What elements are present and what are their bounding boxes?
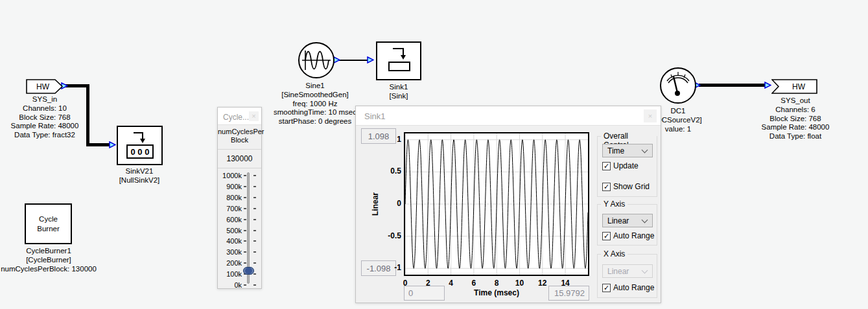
sink1-plot-window: Sink1 × 1.098 -1.098 10.50-0.5-1 Linear … [355,106,661,303]
wire-dc1-sysout[interactable] [699,84,768,87]
slider-tick-label: 400k [218,237,242,245]
block-sine1[interactable] [298,42,334,78]
block-hw-in[interactable]: HW [26,79,64,94]
update-checkbox[interactable]: ✓ Update [602,161,639,170]
y-axis-ticks: 10.50-0.5-1 [379,132,401,276]
wire-sine1-sink1[interactable] [338,60,369,61]
slider-tick-label: 800k [218,194,242,201]
block-dc1[interactable] [660,67,696,104]
meter-gauge-icon [661,69,695,102]
waveform-plot[interactable] [404,132,589,276]
y-axis-caption: Y Axis [601,200,628,209]
slider-thumb[interactable] [243,267,254,275]
sine1-prop: startPhase: 0 degrees [260,117,370,126]
block-label-sink1: Sink1 [Sink] [344,83,454,101]
show-grid-checkbox[interactable]: ✓ Show Grid [602,182,650,191]
checkbox-check-icon: ✓ [602,183,611,191]
slider-tick-mark [244,262,246,264]
checkbox-check-icon: ✓ [602,284,611,292]
sinkv21-digits: 0 0 0 [131,147,150,157]
sine1-prop: freq: 1000 Hz [260,100,370,109]
input-pin-sysout[interactable] [764,82,771,89]
x-axis-label: Time (msec) [434,288,559,297]
slider-tick-label: 500k [218,227,242,235]
sinkv21-name: SinkV21 [84,167,194,176]
slider-tick-mark [253,186,256,187]
block-hw-out[interactable]: HW [771,79,817,94]
slider-param-label: numCyclesPer Block [218,125,261,150]
slider-tick-mark [244,251,246,253]
input-pin-sink1[interactable] [367,56,374,63]
chevron-down-icon [642,146,648,153]
slider-window-titlebar[interactable]: Cycle... × [218,108,261,125]
slider-tick-row: 300k [218,248,261,256]
x-axis-value: Linear [607,267,629,276]
slider-param-line2: Block [218,136,261,144]
x-auto-range-checkbox[interactable]: ✓ Auto Range [602,283,654,292]
hw-in-face-label: HW [36,82,50,91]
slider-tick-row: 100k [218,270,261,278]
slider-window-title: Cycle... [223,113,249,122]
slider-value-readout[interactable]: 130000 [218,150,261,168]
sink1-type: [Sink] [344,92,454,101]
x-tick-label: 10 [511,279,527,288]
sine1-prop: smoothingTime: 10 msec [260,108,370,117]
slider-tick-mark [253,197,256,198]
slider-tick-mark [253,208,256,209]
block-cycleburner[interactable]: Cycle Burner [25,203,72,244]
slider-tick-mark [244,186,246,187]
block-label-sysin: SYS_in Channels: 10 Block Size: 768 Samp… [0,95,100,140]
slider-tick-mark [253,240,256,242]
x-axis-dropdown: Linear [602,264,653,278]
y-axis-dropdown[interactable]: Linear [602,214,653,227]
slider-tick-mark [253,175,256,176]
sink-window-titlebar[interactable]: Sink1 × [356,106,661,126]
slider-tick-label: 300k [218,248,242,256]
slider-window-close-icon[interactable]: × [249,111,259,121]
x-max-input[interactable]: 15.9792 [548,286,589,301]
hw-out-face-label: HW [792,82,806,91]
sink-window-title: Sink1 [364,111,386,121]
y-auto-range-label: Auto Range [613,231,654,240]
slider-tick-label: 700k [218,205,242,212]
slider-tick-mark [253,251,256,253]
wire-sysin-sinkv21-seg3[interactable] [86,143,110,146]
block-sink1[interactable] [376,41,421,80]
slider-tick-mark [253,273,256,275]
sysin-name: SYS_in [0,95,100,104]
y-auto-range-checkbox[interactable]: ✓ Auto Range [602,231,654,240]
x-tick-label: 8 [489,279,504,288]
slider-tick-mark [244,175,246,176]
overall-control-value: Time [607,146,624,155]
sysout-prop: Data Type: float [740,132,850,141]
chevron-down-icon [642,267,648,273]
sysout-prop: Channels: 6 [740,106,850,115]
update-checkbox-label: Update [613,161,639,170]
slider-tick-row: 1000k [218,172,261,179]
cycleburner-face-line2: Burner [37,224,60,234]
cycleburner-type: [CycleBurner] [0,256,104,265]
x-tick-label: 4 [443,279,459,288]
slider-tick-mark [244,284,246,286]
sysin-prop: Channels: 10 [0,104,100,113]
sink-window-close-icon[interactable]: × [644,109,657,122]
slider-tick-label: 1000k [218,172,242,179]
block-sinkv21[interactable]: 0 0 0 [117,126,163,165]
slider-tick-row: 500k [218,227,261,235]
x-axis-caption: X Axis [601,249,628,258]
slider-tick-mark [253,262,256,264]
slider-tick-row: 0k [218,281,261,289]
cycleburner-name: CycleBurner1 [0,247,104,256]
slider-param-line1: numCyclesPer [218,128,261,136]
slider-tick-label: 900k [218,183,242,190]
sink1-name: Sink1 [344,83,454,92]
slider-tick-mark [253,284,256,286]
cycleburner-prop: numCyclesPerBlock: 130000 [0,265,104,274]
sysout-prop: Sample Rate: 48000 [740,123,850,132]
overall-control-dropdown[interactable]: Time [602,144,653,157]
slider-tick-label: 0k [218,281,242,289]
input-pin-sinkv21[interactable] [109,141,116,148]
slider-tick-label: 100k [218,270,242,278]
slider-tick-mark [244,208,246,209]
waveform-svg [405,133,588,275]
